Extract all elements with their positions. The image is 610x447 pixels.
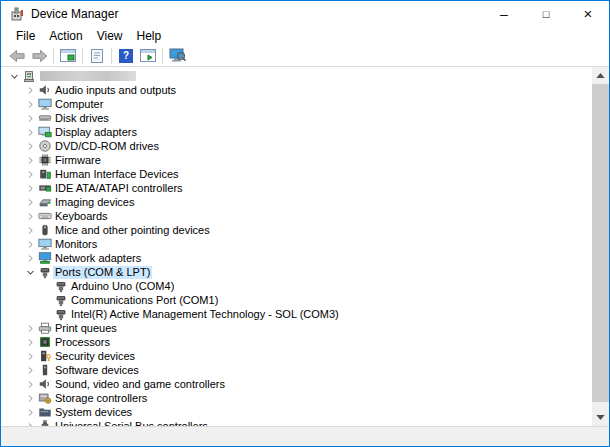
menu-view[interactable]: View	[90, 27, 130, 45]
tree-item-label: Software devices	[53, 364, 141, 377]
properties-button[interactable]	[86, 47, 108, 65]
help-button[interactable]: ?	[115, 47, 137, 65]
chevron-right-icon[interactable]	[23, 405, 37, 419]
chevron-right-icon[interactable]	[23, 139, 37, 153]
chevron-placeholder	[39, 279, 53, 293]
chevron-right-icon[interactable]	[23, 237, 37, 251]
mouse-icon	[37, 223, 53, 237]
menu-help[interactable]: Help	[130, 27, 169, 45]
tree-item-ide-ata-atapi-controllers[interactable]: IDE ATA/ATAPI controllers	[1, 181, 592, 195]
tree-item-label: DVD/CD-ROM drives	[53, 140, 161, 153]
port-icon	[53, 293, 69, 307]
tree-item-monitors[interactable]: Monitors	[1, 237, 592, 251]
toolbar: ?	[1, 45, 609, 67]
chevron-down-icon[interactable]	[23, 265, 37, 279]
menu-bar: FileActionViewHelp	[1, 26, 609, 45]
title-bar: Device Manager – □ ×	[1, 1, 609, 26]
tree-item-software-devices[interactable]: Software devices	[1, 363, 592, 377]
toolbar-separator	[53, 48, 54, 64]
minimize-button[interactable]: –	[483, 1, 525, 26]
tree-item-sound-video-and-game-controllers[interactable]: Sound, video and game controllers	[1, 377, 592, 391]
toolbar-separator	[111, 48, 112, 64]
maximize-button[interactable]: □	[525, 1, 567, 26]
computer-root-icon	[21, 69, 37, 83]
menu-action[interactable]: Action	[42, 27, 89, 45]
tree-item-label: Processors	[53, 336, 112, 349]
show-console-tree-button[interactable]	[57, 47, 79, 65]
tree-item-system-devices[interactable]: System devices	[1, 405, 592, 419]
scroll-up-icon[interactable]	[592, 67, 609, 84]
tree-item-imaging-devices[interactable]: Imaging devices	[1, 195, 592, 209]
tree-item-firmware[interactable]: Firmware	[1, 153, 592, 167]
chevron-right-icon[interactable]	[23, 419, 37, 427]
chevron-right-icon[interactable]	[23, 181, 37, 195]
processor-icon	[37, 335, 53, 349]
chevron-right-icon[interactable]	[23, 97, 37, 111]
tree-item-label: Display adapters	[53, 126, 139, 139]
tree-item-label: Storage controllers	[53, 392, 149, 405]
chevron-right-icon[interactable]	[23, 83, 37, 97]
tree-item-label: Intel(R) Active Management Technology - …	[69, 308, 341, 321]
tree-item-processors[interactable]: Processors	[1, 335, 592, 349]
tree-item-print-queues[interactable]: Print queues	[1, 321, 592, 335]
display-adapter-icon	[37, 125, 53, 139]
tree-item-security-devices[interactable]: Security devices	[1, 349, 592, 363]
tree-item-storage-controllers[interactable]: Storage controllers	[1, 391, 592, 405]
tree-item-keyboards[interactable]: Keyboards	[1, 209, 592, 223]
forward-button[interactable]	[28, 47, 50, 65]
action-pane-button[interactable]	[137, 47, 159, 65]
back-button[interactable]	[6, 47, 28, 65]
close-button[interactable]: ×	[567, 1, 609, 26]
tree-item-label: Mice and other pointing devices	[53, 224, 212, 237]
chevron-right-icon[interactable]	[23, 335, 37, 349]
chevron-right-icon[interactable]	[23, 125, 37, 139]
chevron-right-icon[interactable]	[23, 223, 37, 237]
tree-item-label: Ports (COM & LPT)	[53, 266, 152, 279]
tree-item-label: Firmware	[53, 154, 103, 167]
tree-item-label: Print queues	[53, 322, 119, 335]
chevron-right-icon[interactable]	[23, 167, 37, 181]
tree-item-audio-inputs-and-outputs[interactable]: Audio inputs and outputs	[1, 83, 592, 97]
status-bar	[1, 427, 609, 446]
chevron-right-icon[interactable]	[23, 251, 37, 265]
tree-item-network-adapters[interactable]: Network adapters	[1, 251, 592, 265]
vertical-scrollbar[interactable]	[592, 67, 609, 426]
chevron-right-icon[interactable]	[23, 377, 37, 391]
chevron-right-icon[interactable]	[23, 111, 37, 125]
tree-item-universal-serial-bus-controllers[interactable]: Universal Serial Bus controllers	[1, 419, 592, 427]
tree-item-mice-and-other-pointing-devices[interactable]: Mice and other pointing devices	[1, 223, 592, 237]
scrollbar-thumb[interactable]	[592, 84, 609, 402]
chevron-right-icon[interactable]	[23, 321, 37, 335]
tree-item-human-interface-devices[interactable]: Human Interface Devices	[1, 167, 592, 181]
tree-item-label: Monitors	[53, 238, 99, 251]
scroll-down-icon[interactable]	[592, 409, 609, 426]
menu-file[interactable]: File	[9, 27, 42, 45]
device-manager-window: Device Manager – □ × FileActionViewHelp …	[0, 0, 610, 447]
tree-item-ports-com-lpt[interactable]: Ports (COM & LPT)	[1, 265, 592, 279]
scan-hardware-button[interactable]	[166, 47, 188, 65]
printer-icon	[37, 321, 53, 335]
help-icon: ?	[119, 49, 133, 63]
tree-item-display-adapters[interactable]: Display adapters	[1, 125, 592, 139]
tree-item-computer[interactable]: Computer	[1, 97, 592, 111]
chevron-right-icon[interactable]	[23, 363, 37, 377]
window-action-icon	[140, 49, 156, 63]
tree-item-arduino-uno-com4[interactable]: Arduino Uno (COM4)	[1, 279, 592, 293]
chevron-down-icon[interactable]	[7, 69, 21, 83]
tree-item-dvd-cd-rom-drives[interactable]: DVD/CD-ROM drives	[1, 139, 592, 153]
chevron-right-icon[interactable]	[23, 391, 37, 405]
tree-item-disk-drives[interactable]: Disk drives	[1, 111, 592, 125]
sound-icon	[37, 377, 53, 391]
chevron-right-icon[interactable]	[23, 195, 37, 209]
chevron-right-icon[interactable]	[23, 209, 37, 223]
chevron-right-icon[interactable]	[23, 153, 37, 167]
tree-item-root[interactable]	[1, 69, 592, 83]
security-icon	[37, 349, 53, 363]
tree-item-intel-r-active-management-technology-sol-com3[interactable]: Intel(R) Active Management Technology - …	[1, 307, 592, 321]
tree-item-label: Disk drives	[53, 112, 111, 125]
software-icon	[37, 363, 53, 377]
chevron-right-icon[interactable]	[23, 349, 37, 363]
toolbar-separator	[82, 48, 83, 64]
audio-icon	[37, 83, 53, 97]
tree-item-communications-port-com1[interactable]: Communications Port (COM1)	[1, 293, 592, 307]
